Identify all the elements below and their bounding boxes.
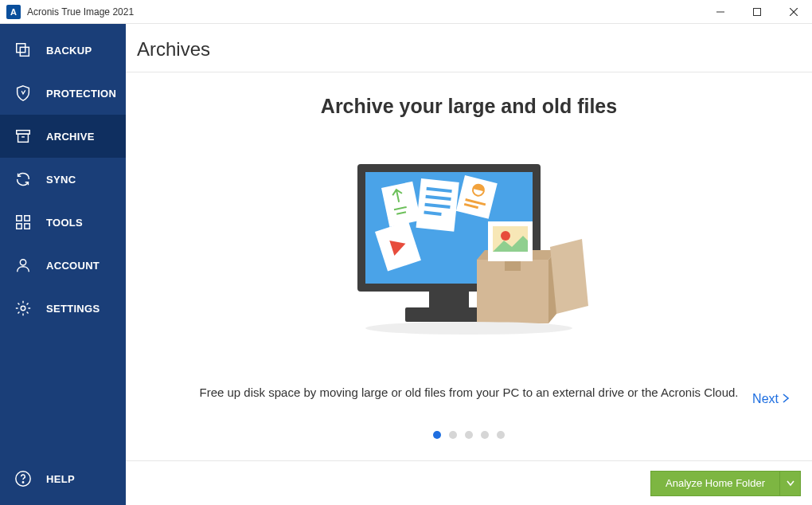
window-title: Acronis True Image 2021: [27, 6, 134, 18]
footer: Analyze Home Folder: [126, 460, 812, 505]
sidebar-item-label: SETTINGS: [46, 303, 100, 315]
svg-rect-9: [17, 216, 21, 221]
window-controls: [702, 0, 812, 24]
shield-icon: [14, 84, 32, 102]
next-label: Next: [752, 392, 779, 406]
gear-icon: [14, 299, 32, 317]
svg-rect-19: [429, 292, 469, 307]
svg-rect-1: [754, 8, 761, 15]
sidebar-item-label: ACCOUNT: [46, 260, 100, 272]
archive-icon: [14, 127, 32, 145]
analyze-home-folder-button[interactable]: Analyze Home Folder: [650, 471, 801, 496]
app-icon: A: [6, 5, 21, 19]
hero-subtitle: Free up disk space by moving large or ol…: [200, 386, 739, 399]
svg-point-13: [20, 260, 25, 265]
sidebar-item-archive[interactable]: ARCHIVE: [0, 115, 126, 158]
chevron-right-icon: [782, 392, 790, 406]
close-button[interactable]: [775, 0, 812, 24]
hero-illustration: [342, 156, 596, 343]
svg-rect-12: [25, 224, 29, 229]
svg-point-16: [22, 482, 23, 483]
content-area: Archive your large and old files: [126, 72, 812, 460]
svg-rect-36: [505, 260, 521, 271]
pager-dot-5[interactable]: [497, 431, 505, 439]
titlebar-left: A Acronis True Image 2021: [6, 5, 134, 19]
next-button[interactable]: Next: [752, 392, 790, 406]
sidebar-item-help[interactable]: HELP: [0, 457, 126, 500]
sidebar-item-sync[interactable]: SYNC: [0, 158, 126, 201]
svg-rect-5: [20, 47, 29, 56]
sidebar-item-account[interactable]: ACCOUNT: [0, 244, 126, 287]
sidebar-item-label: HELP: [46, 473, 75, 485]
pager: [433, 431, 505, 439]
pager-dot-4[interactable]: [481, 431, 489, 439]
pager-dot-3[interactable]: [465, 431, 473, 439]
titlebar: A Acronis True Image 2021: [0, 0, 812, 24]
svg-point-40: [501, 231, 510, 241]
page-title: Archives: [126, 24, 812, 72]
sidebar-item-label: ARCHIVE: [46, 131, 95, 143]
sidebar-item-settings[interactable]: SETTINGS: [0, 287, 126, 330]
hero-title: Archive your large and old files: [321, 95, 617, 118]
pager-dot-2[interactable]: [449, 431, 457, 439]
sidebar-item-backup[interactable]: BACKUP: [0, 29, 126, 72]
sidebar-item-label: TOOLS: [46, 217, 83, 229]
svg-rect-11: [17, 224, 21, 229]
analyze-label: Analyze Home Folder: [651, 477, 779, 489]
sync-icon: [14, 170, 32, 188]
svg-rect-7: [18, 134, 29, 142]
svg-rect-4: [17, 44, 25, 53]
main-panel: Archives Archive your large and old file…: [126, 24, 812, 505]
pager-dot-1[interactable]: [433, 431, 441, 439]
minimize-button[interactable]: [702, 0, 739, 24]
maximize-button[interactable]: [739, 0, 775, 24]
sidebar: BACKUP PROTECTION ARCHIVE: [0, 24, 126, 505]
grid-icon: [14, 213, 32, 231]
sidebar-item-protection[interactable]: PROTECTION: [0, 72, 126, 115]
sidebar-item-label: SYNC: [46, 174, 76, 186]
help-icon: [14, 470, 32, 487]
analyze-dropdown-toggle[interactable]: [779, 472, 800, 495]
sidebar-item-label: BACKUP: [46, 45, 92, 57]
svg-marker-37: [550, 239, 588, 314]
backup-icon: [14, 41, 32, 59]
sidebar-item-label: PROTECTION: [46, 88, 116, 100]
svg-point-42: [365, 322, 572, 335]
svg-rect-10: [25, 216, 29, 221]
sidebar-item-tools[interactable]: TOOLS: [0, 201, 126, 244]
chevron-down-icon: [787, 480, 794, 487]
svg-point-14: [21, 306, 25, 311]
user-icon: [14, 256, 32, 274]
